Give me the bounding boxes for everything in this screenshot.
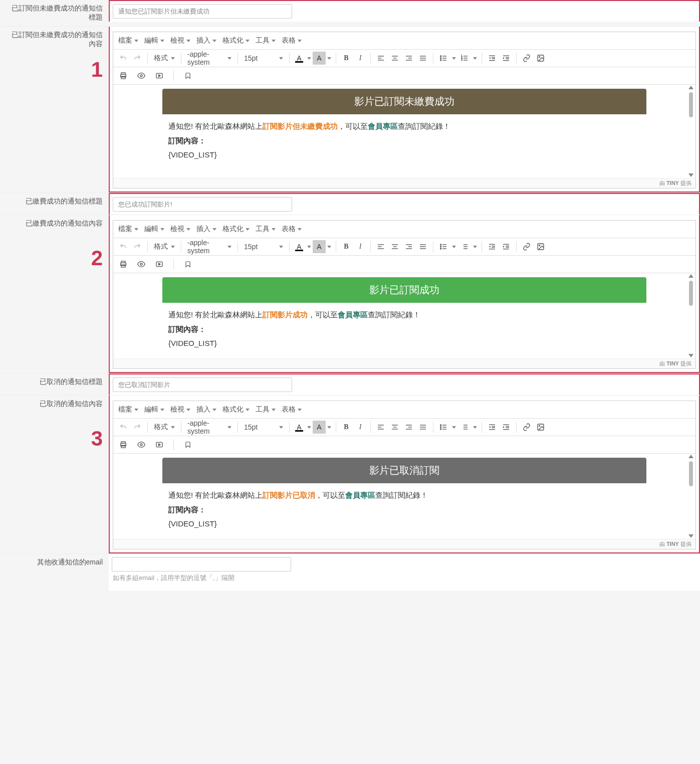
sec2-title-input[interactable] [113,197,292,212]
undo-icon[interactable] [117,52,130,65]
align-left-icon[interactable] [374,421,387,434]
editor-canvas[interactable]: 影片已取消訂閱 通知您! 有於北歐森林網站上訂閱影片已取消，可以至會員專區查詢訂… [113,454,695,539]
menu-table[interactable]: 表格 [280,403,304,416]
style-select[interactable]: 格式 [151,52,178,65]
menu-file[interactable]: 檔案 [116,34,140,47]
print-icon[interactable] [117,438,130,451]
sec1-title-input[interactable] [113,4,292,19]
media-icon[interactable] [153,258,166,271]
image-icon[interactable] [534,421,547,434]
image-icon[interactable] [534,240,547,253]
font-select[interactable]: -apple-system [184,421,235,434]
redo-icon[interactable] [131,421,144,434]
menu-format[interactable]: 格式化 [220,403,252,416]
scrollbar[interactable] [687,274,694,357]
indent-icon[interactable] [500,421,513,434]
text-color-icon[interactable]: A [293,421,306,434]
align-right-icon[interactable] [402,52,415,65]
menu-file[interactable]: 檔案 [116,403,140,416]
preview-icon[interactable] [135,69,148,82]
align-center-icon[interactable] [388,240,401,253]
scrollbar[interactable] [687,86,694,177]
media-icon[interactable] [153,438,166,451]
style-select[interactable]: 格式 [151,421,178,434]
redo-icon[interactable] [131,240,144,253]
indent-icon[interactable] [500,240,513,253]
font-select[interactable]: -apple-system [184,240,235,253]
number-list-icon[interactable]: 123 [458,52,471,65]
number-list-icon[interactable] [458,421,471,434]
italic-icon[interactable]: I [354,421,367,434]
link-icon[interactable] [520,421,533,434]
editor-canvas[interactable]: 影片已訂閱未繳費成功 通知您! 有於北歐森林網站上訂閱影片但未繳費成功，可以至會… [113,85,695,178]
bullet-list-icon[interactable] [437,240,450,253]
align-right-icon[interactable] [402,240,415,253]
bookmark-icon[interactable] [181,69,194,82]
text-color-dropdown[interactable] [306,240,313,253]
align-left-icon[interactable] [374,240,387,253]
bullet-list-dropdown[interactable] [450,240,457,253]
text-color-dropdown[interactable] [306,421,313,434]
preview-icon[interactable] [135,258,148,271]
align-center-icon[interactable] [388,421,401,434]
menu-format[interactable]: 格式化 [220,223,252,236]
size-select[interactable]: 15pt [241,240,286,253]
align-justify-icon[interactable] [416,421,429,434]
align-right-icon[interactable] [402,421,415,434]
menu-table[interactable]: 表格 [280,34,304,47]
outdent-icon[interactable] [486,421,499,434]
bookmark-icon[interactable] [181,258,194,271]
number-list-dropdown[interactable] [472,240,479,253]
text-color-icon[interactable]: A [293,240,306,253]
bookmark-icon[interactable] [181,438,194,451]
redo-icon[interactable] [131,52,144,65]
link-icon[interactable] [520,52,533,65]
text-color-dropdown[interactable] [306,52,313,65]
bg-color-icon[interactable]: A [313,421,326,434]
outdent-icon[interactable] [486,52,499,65]
italic-icon[interactable]: I [354,240,367,253]
size-select[interactable]: 15pt [241,52,286,65]
media-icon[interactable] [153,69,166,82]
editor-canvas[interactable]: 影片已訂閱成功 通知您! 有於北歐森林網站上訂閱影片成功，可以至會員專區查詢訂閱… [113,273,695,358]
menu-format[interactable]: 格式化 [220,34,252,47]
menu-insert[interactable]: 插入 [194,403,218,416]
menu-insert[interactable]: 插入 [194,34,218,47]
bold-icon[interactable]: B [340,421,353,434]
bold-icon[interactable]: B [340,240,353,253]
bullet-list-dropdown[interactable] [450,52,457,65]
menu-insert[interactable]: 插入 [194,223,218,236]
style-select[interactable]: 格式 [151,240,178,253]
preview-icon[interactable] [135,438,148,451]
bg-color-icon[interactable]: A [313,52,326,65]
menu-view[interactable]: 檢視 [168,403,192,416]
bg-color-icon[interactable]: A [313,240,326,253]
bg-color-dropdown[interactable] [326,421,333,434]
bg-color-dropdown[interactable] [326,240,333,253]
bg-color-dropdown[interactable] [326,52,333,65]
size-select[interactable]: 15pt [241,421,286,434]
menu-table[interactable]: 表格 [280,223,304,236]
undo-icon[interactable] [117,421,130,434]
number-list-dropdown[interactable] [472,421,479,434]
menu-edit[interactable]: 編輯 [142,403,166,416]
menu-tools[interactable]: 工具 [254,34,278,47]
font-select[interactable]: -apple-system [184,52,235,65]
link-icon[interactable] [520,240,533,253]
menu-edit[interactable]: 編輯 [142,34,166,47]
sec3-title-input[interactable] [113,377,292,392]
scrollbar[interactable] [687,455,694,538]
number-list-dropdown[interactable] [472,52,479,65]
italic-icon[interactable]: I [354,52,367,65]
menu-tools[interactable]: 工具 [254,403,278,416]
bold-icon[interactable]: B [340,52,353,65]
menu-tools[interactable]: 工具 [254,223,278,236]
indent-icon[interactable] [500,52,513,65]
outdent-icon[interactable] [486,240,499,253]
number-list-icon[interactable] [458,240,471,253]
bullet-list-icon[interactable] [437,421,450,434]
align-center-icon[interactable] [388,52,401,65]
bullet-list-dropdown[interactable] [450,421,457,434]
other-email-input[interactable] [112,557,291,571]
undo-icon[interactable] [117,240,130,253]
